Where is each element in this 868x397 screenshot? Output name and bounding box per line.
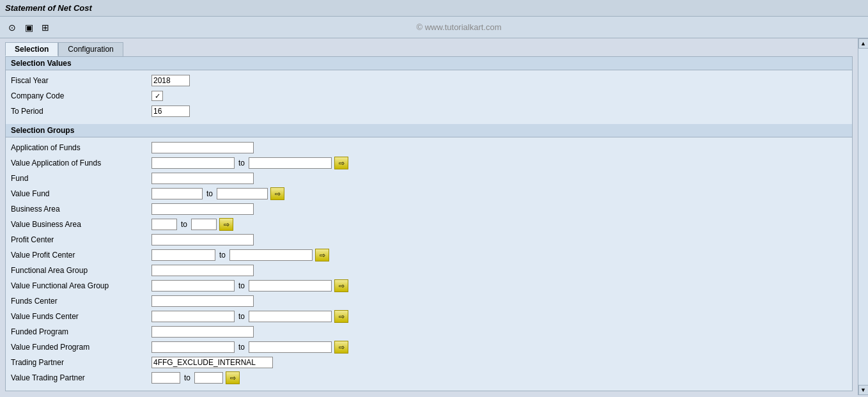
- value-funds-center-to[interactable]: [249, 311, 332, 322]
- selection-tab[interactable]: Selection: [5, 42, 58, 56]
- value-profit-center-from[interactable]: [151, 249, 215, 261]
- scroll-up-arrow[interactable]: ▲: [858, 38, 869, 49]
- selection-groups-section: Selection Groups Application of Funds Va…: [6, 124, 852, 391]
- funds-center-row: Funds Center: [11, 295, 847, 307]
- fund-label: Fund: [11, 174, 151, 183]
- profit-center-row: Profit Center: [11, 233, 847, 246]
- value-funded-program-row: Value Funded Program to ⇨: [11, 341, 847, 354]
- value-app-of-funds-from[interactable]: [151, 157, 235, 169]
- value-trading-partner-row: Value Trading Partner to ⇨: [11, 371, 847, 384]
- selection-values-body: Fiscal Year Company Code ✓ To Period: [6, 70, 852, 124]
- right-scrollbar: ▲ ▼: [858, 38, 868, 395]
- scroll-track[interactable]: [858, 49, 868, 385]
- tabs-container: Selection Configuration: [5, 42, 853, 56]
- to-period-input[interactable]: [151, 105, 190, 117]
- value-business-area-arrow[interactable]: ⇨: [219, 218, 233, 231]
- value-functional-area-group-arrow[interactable]: ⇨: [334, 279, 348, 292]
- save-icon[interactable]: ▣: [22, 20, 36, 35]
- business-area-label: Business Area: [11, 205, 151, 214]
- company-code-label: Company Code: [11, 91, 151, 100]
- value-profit-center-label: Value Profit Center: [11, 251, 151, 260]
- value-profit-center-arrow[interactable]: ⇨: [315, 249, 329, 261]
- funded-program-label: Funded Program: [11, 327, 151, 336]
- fiscal-year-row: Fiscal Year: [11, 74, 847, 87]
- trading-partner-input[interactable]: [151, 357, 273, 368]
- fund-row: Fund: [11, 172, 847, 185]
- value-fund-label: Value Fund: [11, 189, 151, 198]
- company-code-row: Company Code ✓: [11, 90, 847, 102]
- value-fund-from[interactable]: [151, 188, 203, 199]
- value-app-of-funds-row: Value Application of Funds to ⇨: [11, 157, 847, 169]
- app-of-funds-label: Application of Funds: [11, 143, 151, 152]
- selection-groups-header: Selection Groups: [6, 124, 852, 137]
- functional-area-group-row: Functional Area Group: [11, 264, 847, 277]
- value-app-of-funds-label: Value Application of Funds: [11, 159, 151, 167]
- profit-center-input[interactable]: [151, 234, 254, 245]
- value-funds-center-label: Value Funds Center: [11, 312, 151, 321]
- app-of-funds-row: Application of Funds: [11, 141, 847, 154]
- scroll-down-arrow[interactable]: ▼: [858, 385, 869, 395]
- to-period-label: To Period: [11, 107, 151, 116]
- business-area-input[interactable]: [151, 203, 254, 215]
- business-area-row: Business Area: [11, 203, 847, 215]
- to-period-row: To Period: [11, 105, 847, 118]
- profit-center-label: Profit Center: [11, 235, 151, 244]
- company-code-checkbox[interactable]: ✓: [151, 91, 163, 101]
- value-functional-area-group-row: Value Functional Area Group to ⇨: [11, 279, 847, 292]
- funded-program-row: Funded Program: [11, 325, 847, 338]
- app-of-funds-input[interactable]: [151, 142, 254, 153]
- toolbar: ⊙ ▣ ⊞ © www.tutorialkart.com: [0, 17, 868, 38]
- value-funded-program-from[interactable]: [151, 341, 235, 353]
- value-funded-program-to[interactable]: [249, 341, 332, 353]
- fiscal-year-input[interactable]: [151, 75, 190, 86]
- value-trading-partner-label: Value Trading Partner: [11, 373, 151, 382]
- value-app-of-funds-arrow[interactable]: ⇨: [334, 157, 348, 169]
- value-fund-row: Value Fund to ⇨: [11, 187, 847, 200]
- title-bar: Statement of Net Cost: [0, 0, 868, 17]
- trading-partner-label: Trading Partner: [11, 358, 151, 367]
- value-trading-partner-to[interactable]: [194, 372, 223, 384]
- fiscal-year-label: Fiscal Year: [11, 76, 151, 85]
- funded-program-input[interactable]: [151, 326, 254, 338]
- selection-values-section: Selection Values Fiscal Year Company Cod…: [6, 57, 852, 124]
- settings-icon[interactable]: ⊞: [38, 20, 52, 35]
- value-trading-partner-arrow[interactable]: ⇨: [226, 371, 240, 384]
- value-funds-center-arrow[interactable]: ⇨: [334, 310, 348, 323]
- funds-center-input[interactable]: [151, 295, 254, 307]
- value-profit-center-to[interactable]: [229, 249, 313, 261]
- trading-partner-row: Trading Partner: [11, 356, 847, 369]
- fund-input[interactable]: [151, 173, 254, 184]
- form-container: Selection Values Fiscal Year Company Cod…: [5, 56, 853, 391]
- selection-groups-body: Application of Funds Value Application o…: [6, 137, 852, 391]
- value-fund-arrow[interactable]: ⇨: [270, 187, 284, 200]
- value-app-of-funds-to[interactable]: [249, 157, 332, 169]
- value-business-area-from[interactable]: [151, 219, 177, 230]
- value-funds-center-from[interactable]: [151, 311, 235, 322]
- value-business-area-row: Value Business Area to ⇨: [11, 218, 847, 231]
- value-profit-center-row: Value Profit Center to ⇨: [11, 249, 847, 261]
- value-functional-area-group-from[interactable]: [151, 280, 235, 292]
- app-title: Statement of Net Cost: [5, 3, 92, 13]
- functional-area-group-label: Functional Area Group: [11, 266, 151, 275]
- value-business-area-to[interactable]: [191, 219, 217, 230]
- selection-values-header: Selection Values: [6, 57, 852, 70]
- value-fund-to[interactable]: [217, 188, 268, 199]
- value-funds-center-row: Value Funds Center to ⇨: [11, 310, 847, 323]
- value-business-area-label: Value Business Area: [11, 220, 151, 229]
- value-trading-partner-from[interactable]: [151, 372, 180, 384]
- funds-center-label: Funds Center: [11, 297, 151, 306]
- execute-icon[interactable]: ⊙: [5, 20, 19, 35]
- value-functional-area-group-to[interactable]: [249, 280, 332, 292]
- watermark: © www.tutorialkart.com: [55, 22, 863, 32]
- configuration-tab[interactable]: Configuration: [58, 42, 123, 56]
- value-functional-area-group-label: Value Functional Area Group: [11, 281, 151, 290]
- functional-area-group-input[interactable]: [151, 265, 254, 276]
- value-funded-program-label: Value Funded Program: [11, 343, 151, 352]
- value-funded-program-arrow[interactable]: ⇨: [334, 341, 348, 354]
